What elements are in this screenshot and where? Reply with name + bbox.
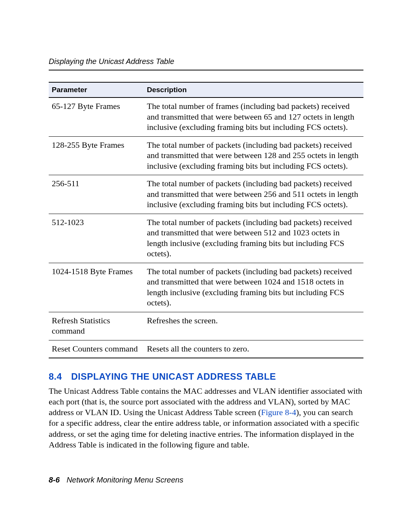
cell-parameter: 512-1023	[49, 214, 144, 263]
table-header-row: Parameter Description	[49, 82, 363, 97]
col-header-parameter: Parameter	[49, 82, 144, 97]
table-row: 65-127 Byte Frames The total number of f…	[49, 97, 363, 136]
cell-description: The total number of packets (including b…	[144, 214, 363, 263]
cell-parameter: Reset Counters command	[49, 340, 144, 358]
figure-reference-link[interactable]: Figure 8-4	[261, 407, 296, 417]
head-rule	[49, 70, 363, 70]
table-row: Refresh Statistics command Refreshes the…	[49, 312, 363, 340]
section-body: The Unicast Address Table contains the M…	[49, 386, 363, 450]
section: 8.4DISPLAYING THE UNICAST ADDRESS TABLE …	[49, 371, 363, 450]
cell-parameter: 1024-1518 Byte Frames	[49, 263, 144, 312]
cell-description: Resets all the counters to zero.	[144, 340, 363, 358]
cell-description: The total number of frames (including ba…	[144, 97, 363, 136]
page: Displaying the Unicast Address Table Par…	[0, 0, 411, 532]
page-number: 8-6	[49, 476, 60, 484]
footer-title: Network Monitoring Menu Screens	[67, 476, 183, 484]
cell-parameter: 128-255 Byte Frames	[49, 136, 144, 175]
table-row: 128-255 Byte Frames The total number of …	[49, 136, 363, 175]
table-row: 256-511 The total number of packets (inc…	[49, 175, 363, 214]
table-row: 512-1023 The total number of packets (in…	[49, 214, 363, 263]
running-head: Displaying the Unicast Address Table	[49, 57, 363, 66]
cell-parameter: 256-511	[49, 175, 144, 214]
cell-description: The total number of packets (including b…	[144, 136, 363, 175]
cell-description: The total number of packets (including b…	[144, 175, 363, 214]
cell-parameter: Refresh Statistics command	[49, 312, 144, 340]
parameter-table: Parameter Description 65-127 Byte Frames…	[49, 82, 363, 358]
table-row: Reset Counters command Resets all the co…	[49, 340, 363, 358]
page-footer: 8-6Network Monitoring Menu Screens	[49, 476, 183, 484]
section-title: DISPLAYING THE UNICAST ADDRESS TABLE	[71, 371, 276, 382]
cell-description: Refreshes the screen.	[144, 312, 363, 340]
section-number: 8.4	[49, 371, 62, 382]
section-heading: 8.4DISPLAYING THE UNICAST ADDRESS TABLE	[49, 371, 363, 382]
cell-parameter: 65-127 Byte Frames	[49, 97, 144, 136]
cell-description: The total number of packets (including b…	[144, 263, 363, 312]
col-header-description: Description	[144, 82, 363, 97]
table-row: 1024-1518 Byte Frames The total number o…	[49, 263, 363, 312]
